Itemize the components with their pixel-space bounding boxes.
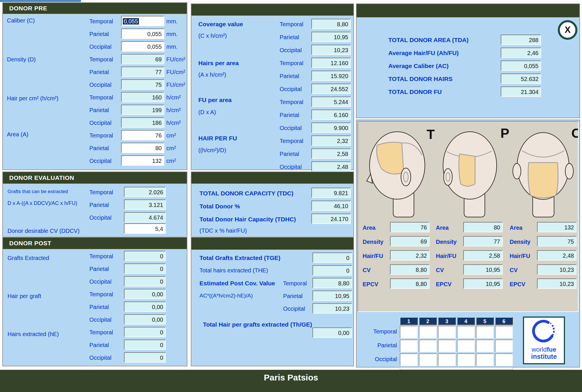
derived-output: 2,58 xyxy=(311,148,351,159)
session-cell[interactable] xyxy=(400,353,418,366)
derived-row: Occipital 9.900 xyxy=(191,122,353,135)
logo-line2: institute xyxy=(524,353,564,361)
session-cell[interactable] xyxy=(495,340,513,352)
stat-output: 69 xyxy=(390,236,430,246)
ddcv-input[interactable]: 5,4 xyxy=(124,223,166,234)
stat-label: Hair/FU xyxy=(510,253,530,259)
region-label: Parietal xyxy=(89,31,109,37)
density-temporal-output: 69 xyxy=(121,54,164,64)
session-cell[interactable] xyxy=(476,326,494,338)
capacity-header xyxy=(191,172,353,184)
donor-post-header: DONOR POST xyxy=(3,238,187,250)
region-label: Temporal xyxy=(89,132,113,139)
panel-totals: X TOTAL DONOR AREA (TDA) 288 Average Hai… xyxy=(356,3,580,118)
session-cell[interactable] xyxy=(495,326,513,338)
derived-row: Temporal 5.244 xyxy=(191,97,353,110)
capacity-label: Total Donor Hair Capacity (TDHC) xyxy=(199,216,296,223)
density-occipital-row: Occipital 75 FU/cm² xyxy=(3,79,187,92)
patient-name: Paris Patsios xyxy=(264,373,318,382)
area-temporal-input[interactable]: 76 xyxy=(121,130,164,140)
session-cell[interactable] xyxy=(419,340,437,352)
donor-evaluation-title: DONOR EVALUATION xyxy=(9,174,74,181)
session-cell[interactable] xyxy=(457,353,475,366)
session-cell[interactable] xyxy=(438,353,456,366)
stat-label: EPCV xyxy=(363,281,378,288)
region-label: Occipital xyxy=(283,306,305,312)
session-cell[interactable] xyxy=(457,326,475,338)
session-cell[interactable] xyxy=(419,353,437,366)
derived-body: Coverage value (C x h/cm²) Hairs per are… xyxy=(191,16,353,169)
session-cell[interactable] xyxy=(438,340,456,352)
region-label: Parietal xyxy=(89,107,109,114)
region-label: Temporal xyxy=(89,291,113,298)
area-occipital-row: Occipital 132 cm² xyxy=(3,155,187,168)
caliber-temporal-input[interactable]: 0,055 xyxy=(121,16,164,26)
region-label: Parietal xyxy=(89,145,109,152)
stat-label: Area xyxy=(510,225,522,231)
thge-output: 0,00 xyxy=(312,327,352,338)
totals-rows: TOTAL DONOR AREA (TDA) 288 Average Hair/… xyxy=(357,34,579,99)
capacity-row: Total Donor % 46,10 xyxy=(191,200,353,213)
stat-output: 10,23 xyxy=(537,264,577,275)
derived-header xyxy=(191,4,353,16)
donor-post-row: Parietal 0 xyxy=(3,263,187,276)
session-cell[interactable] xyxy=(438,326,456,338)
stat-output: 10,23 xyxy=(537,278,577,289)
density-parietal-row: Parietal 77 FU/cm² xyxy=(3,67,187,79)
epcv-label: Estimated Post Cov. Value xyxy=(199,280,275,287)
region-label: Parietal xyxy=(280,151,299,157)
selected-text: 0,055 xyxy=(123,18,139,24)
region-label: Occipital xyxy=(280,125,302,131)
stat-row: CV 10,95 xyxy=(436,264,508,278)
region-label: Temporal xyxy=(89,94,113,101)
stat-output: 8,80 xyxy=(390,264,430,275)
session-cell[interactable] xyxy=(419,326,437,338)
grid-scroll-strip[interactable] xyxy=(400,367,513,370)
session-cell[interactable] xyxy=(476,340,494,352)
session-row-temporal xyxy=(400,326,514,340)
stat-row: Area 80 xyxy=(436,222,508,236)
donor-post-output: 0,00 xyxy=(124,314,166,325)
derived-output: 10,95 xyxy=(311,32,351,42)
stat-output: 80 xyxy=(463,222,503,232)
donor-post-output: 0 xyxy=(124,327,166,337)
derived-row: Parietal 2,58 xyxy=(191,148,353,161)
donor-post-row: Parietal 0 xyxy=(3,340,187,352)
session-cell[interactable] xyxy=(495,353,513,366)
unit-label: FU/cm² xyxy=(166,69,185,76)
unit-label: FU/cm² xyxy=(166,82,185,88)
region-label: Parietal xyxy=(89,266,109,272)
stat-output: 8,80 xyxy=(390,278,430,289)
region-label: Occipital xyxy=(89,278,112,285)
session-cell[interactable] xyxy=(457,340,475,352)
stat-label: Hair/FU xyxy=(363,253,383,259)
donor-pre-body: Caliber (C) Density (D) Hair per cm² (h/… xyxy=(3,14,187,169)
evaluation-row: Temporal 2.026 xyxy=(3,187,187,199)
caliber-occipital-input[interactable]: 0,055 xyxy=(121,41,164,52)
panel-donor-evaluation: DONOR EVALUATION Grafts that can be extr… xyxy=(2,171,187,237)
region-label: Occipital xyxy=(280,47,302,54)
donor-post-row: Occipital 0 xyxy=(3,352,187,365)
session-cell[interactable] xyxy=(476,353,494,366)
session-row-parietal xyxy=(400,340,514,353)
totals-label: TOTAL DONOR HAIRS xyxy=(388,76,453,82)
app-window: DONOR PRE Caliber (C) Density (D) Hair p… xyxy=(0,0,582,392)
worldfue-logo-icon xyxy=(532,319,556,344)
stat-row: Hair/FU 2,58 xyxy=(436,250,508,264)
region-label: Temporal xyxy=(280,21,303,28)
totals-row: TOTAL DONOR HAIRS 52.632 xyxy=(357,73,579,86)
region-label: Occipital xyxy=(89,316,112,323)
stat-label: CV xyxy=(363,267,371,274)
session-cell[interactable] xyxy=(400,326,418,338)
stat-label: Area xyxy=(363,225,375,231)
donor-post-output: 0 xyxy=(124,340,166,350)
session-cell[interactable] xyxy=(400,340,418,352)
caliber-parietal-input[interactable]: 0,055 xyxy=(121,29,164,39)
temporal-stats-column: Area 76 Density 69 Hair/FU 2,32 CV xyxy=(363,222,435,293)
area-occipital-input[interactable]: 132 xyxy=(121,155,164,166)
area-parietal-input[interactable]: 80 xyxy=(121,143,164,153)
unit-label: h/cm² xyxy=(166,107,181,114)
stat-row: Hair/FU 2,48 xyxy=(510,250,582,264)
caliber-parietal-row: Parietal 0,055 mm. xyxy=(3,29,187,41)
region-label: Occipital xyxy=(89,355,112,361)
